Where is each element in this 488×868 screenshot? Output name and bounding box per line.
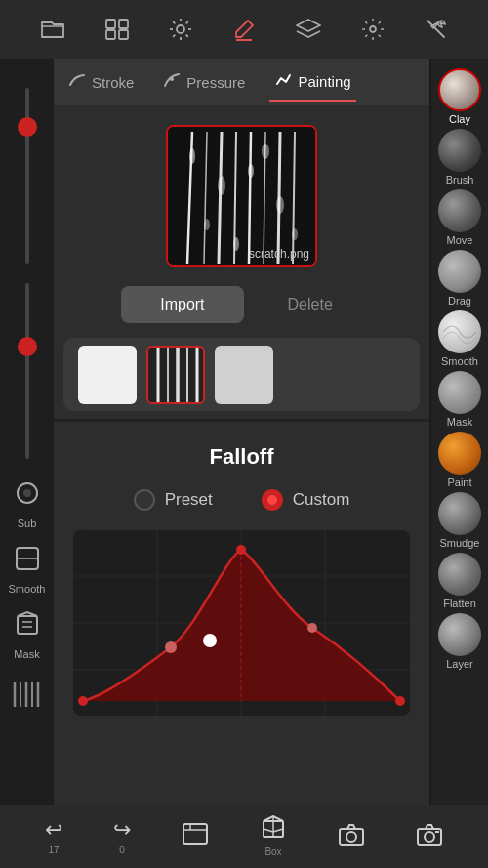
texture-swatches <box>63 338 420 411</box>
tab-stroke[interactable]: Stroke <box>63 63 139 101</box>
tab-pressure-label: Pressure <box>186 74 245 91</box>
brush-ball <box>438 129 481 172</box>
tab-painting-label: Painting <box>298 73 350 90</box>
sidebar-tool-flatten[interactable]: Flatten <box>433 553 486 609</box>
files-icon[interactable] <box>40 19 65 40</box>
svg-rect-3 <box>106 30 115 39</box>
strength-slider-thumb[interactable] <box>18 337 37 356</box>
redo-button[interactable]: ↪ 0 <box>113 817 131 855</box>
brush-active-icon[interactable] <box>232 18 256 41</box>
svg-marker-15 <box>297 20 320 31</box>
custom-label: Custom <box>293 490 350 510</box>
flatten-label: Flatten <box>443 598 476 609</box>
falloff-title: Falloff <box>73 444 410 470</box>
pressure-icon <box>163 71 181 93</box>
svg-point-46 <box>292 228 298 240</box>
drag-ball <box>438 250 481 293</box>
bottom-toolbar: ↩ 17 ↪ 0 Box <box>0 805 488 868</box>
main-panel: Stroke Pressure Painting <box>54 59 429 829</box>
svg-point-61 <box>165 641 177 653</box>
sidebar-tool-mask[interactable]: Mask <box>433 371 486 428</box>
svg-rect-21 <box>18 616 37 634</box>
sidebar-tool-layer[interactable]: Layer <box>433 613 486 670</box>
import-button[interactable]: Import <box>121 286 243 323</box>
tab-pressure[interactable]: Pressure <box>158 63 250 101</box>
tab-bar: Stroke Pressure Painting <box>54 59 429 105</box>
svg-point-41 <box>248 164 254 178</box>
swatch-lines[interactable] <box>146 346 205 404</box>
reference-icon <box>182 822 209 851</box>
section-divider <box>54 419 429 422</box>
smooth-ball <box>438 310 481 353</box>
svg-point-60 <box>78 696 88 706</box>
brush-preview[interactable]: scratch.png <box>166 125 317 267</box>
svg-point-29 <box>170 77 174 81</box>
mask-tool-left[interactable] <box>8 604 47 643</box>
tab-stroke-label: Stroke <box>92 74 134 91</box>
sidebar-tool-brush[interactable]: Brush <box>433 129 486 186</box>
svg-line-13 <box>173 35 175 37</box>
strength-slider[interactable] <box>0 273 54 469</box>
preset-option[interactable]: Preset <box>134 489 213 511</box>
brush-lines-icon[interactable] <box>8 675 47 714</box>
layers-icon[interactable] <box>296 19 321 40</box>
reference-button[interactable] <box>182 822 209 851</box>
drag-label: Drag <box>448 295 471 307</box>
svg-line-11 <box>186 35 188 37</box>
swatch-white[interactable] <box>78 346 137 404</box>
mask-label: Mask <box>14 648 39 660</box>
size-slider-thumb[interactable] <box>18 117 37 137</box>
svg-rect-67 <box>183 824 207 844</box>
sun-icon[interactable] <box>169 18 192 41</box>
svg-point-44 <box>233 237 239 251</box>
brush-label: Brush <box>446 174 474 186</box>
svg-point-63 <box>307 623 317 633</box>
falloff-curve-graph[interactable] <box>73 530 410 716</box>
sub-tool[interactable] <box>8 474 47 513</box>
delete-button[interactable]: Delete <box>259 286 362 323</box>
svg-rect-4 <box>119 30 128 39</box>
box-button[interactable]: Box <box>260 815 287 857</box>
svg-point-18 <box>23 489 31 497</box>
svg-line-72 <box>264 829 273 832</box>
svg-point-40 <box>218 176 225 195</box>
sub-label: Sub <box>18 517 37 529</box>
camera-back-icon <box>416 822 443 851</box>
svg-point-39 <box>189 148 195 164</box>
sidebar-tool-smooth[interactable]: Smooth <box>433 310 486 367</box>
move-ball <box>438 189 481 232</box>
sidebar-tool-smudge[interactable]: Smudge <box>433 492 486 549</box>
sidebar-tool-clay[interactable]: Clay <box>433 68 486 125</box>
scratch-lines-bg <box>168 127 315 265</box>
sidebar-tool-drag[interactable]: Drag <box>433 250 486 307</box>
svg-point-43 <box>204 219 210 230</box>
grid-icon[interactable] <box>105 19 129 40</box>
svg-line-12 <box>186 21 188 23</box>
paint-ball <box>438 432 481 475</box>
smudge-label: Smudge <box>440 537 480 549</box>
sidebar-tool-paint[interactable]: Paint <box>433 432 486 488</box>
custom-option[interactable]: Custom <box>262 489 350 511</box>
action-buttons: Import Delete <box>54 276 429 333</box>
svg-point-5 <box>177 25 184 33</box>
tab-painting[interactable]: Painting <box>269 62 355 102</box>
smooth-tool-left[interactable] <box>8 539 47 578</box>
undo-button[interactable]: ↩ 17 <box>45 817 62 855</box>
swatch-gray[interactable] <box>215 346 273 404</box>
camera-front-button[interactable] <box>338 822 365 851</box>
layer-label: Layer <box>446 658 473 670</box>
left-sidebar: Sub Smooth Mask <box>0 59 54 829</box>
size-slider[interactable] <box>0 78 54 273</box>
redo-icon: ↪ <box>113 817 131 843</box>
clay-label: Clay <box>449 113 470 125</box>
custom-radio[interactable] <box>262 489 283 511</box>
paint-label: Paint <box>447 476 471 488</box>
svg-point-66 <box>236 545 246 555</box>
sidebar-tool-move[interactable]: Move <box>433 189 486 246</box>
svg-point-75 <box>346 832 356 842</box>
preset-label: Preset <box>165 490 213 510</box>
camera-back-button[interactable] <box>416 822 443 851</box>
tools-icon[interactable] <box>425 18 448 41</box>
preset-radio[interactable] <box>134 489 155 511</box>
settings-icon[interactable] <box>361 18 385 41</box>
